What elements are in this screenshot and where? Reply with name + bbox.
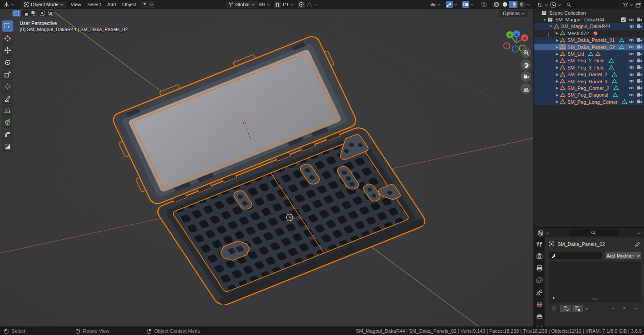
camera-toggle-icon[interactable]	[636, 65, 642, 70]
nav-zoom-button[interactable]	[521, 47, 531, 58]
tool-measure-button[interactable]	[2, 105, 13, 116]
camera-toggle-icon[interactable]	[636, 37, 642, 43]
eye-toggle-icon[interactable]	[628, 72, 634, 78]
properties-tab-render[interactable]	[535, 252, 544, 260]
outliner-row-sm-peg-3-hole[interactable]: ▶SM_Peg_3_Hole	[534, 64, 644, 71]
outliner-editor-chevron[interactable]	[545, 1, 549, 8]
properties-tab-collection[interactable]	[535, 312, 544, 320]
options-dropdown[interactable]: Options	[500, 10, 528, 17]
pivot-point-chevron[interactable]	[267, 1, 271, 8]
shading-chevron[interactable]	[527, 1, 531, 8]
viewport-3d-scene[interactable]	[0, 9, 533, 327]
modifier-search-field[interactable]	[549, 252, 603, 259]
properties-tab-tool[interactable]	[535, 240, 544, 248]
outliner-row-mesh-072[interactable]: ▶Mesh.072	[534, 30, 644, 37]
pin-icon[interactable]	[635, 241, 640, 247]
tool-move-button[interactable]	[2, 45, 13, 56]
tool-add-cube-button[interactable]	[2, 117, 13, 128]
nav-pan-button[interactable]	[521, 59, 531, 70]
eye-toggle-icon[interactable]	[628, 99, 634, 105]
remove-button[interactable]	[630, 305, 641, 312]
expand-arrow-icon[interactable]: ▶	[555, 52, 559, 56]
camera-toggle-icon[interactable]	[636, 92, 642, 98]
resize-grip-icon[interactable]	[591, 298, 599, 301]
expand-arrow-icon[interactable]: ▶	[555, 100, 559, 104]
list-controls-chevron[interactable]	[585, 305, 589, 312]
eye-toggle-icon[interactable]	[628, 51, 634, 57]
visibility-chevron[interactable]	[437, 1, 441, 8]
modifier-stack-area[interactable]	[549, 262, 641, 302]
select-mode-set-icon[interactable]	[12, 10, 21, 16]
camera-toggle-icon[interactable]	[636, 24, 642, 29]
xray-toggle-icon[interactable]	[480, 1, 488, 8]
filter-chevron[interactable]	[630, 1, 634, 8]
snap-target-icon[interactable]	[282, 1, 289, 8]
outliner-row-sm-peg-corner-2[interactable]: ▶SM_Peg_Corner_2	[534, 85, 644, 91]
select-mode-subtract-icon[interactable]	[29, 10, 37, 16]
shading-material-icon[interactable]	[509, 1, 517, 8]
falloff-chevron[interactable]	[314, 1, 318, 8]
outliner-display-mode-icon[interactable]	[550, 1, 557, 8]
tool-annotate-button[interactable]	[2, 93, 13, 104]
outliner-display-chevron[interactable]	[558, 1, 562, 8]
transform-orientation-dropdown[interactable]: Global	[226, 1, 258, 8]
nav-ortho-button[interactable]	[521, 83, 531, 94]
expand-arrow-icon[interactable]: ▶	[555, 86, 559, 90]
gizmo-z-neg-axis[interactable]	[512, 46, 518, 52]
eye-toggle-icon[interactable]	[628, 24, 634, 29]
expand-arrow-icon[interactable]: ▶	[555, 65, 559, 69]
enable-all-button[interactable]	[560, 305, 571, 312]
camera-toggle-icon[interactable]	[636, 44, 642, 50]
shading-rendered-icon[interactable]	[517, 1, 526, 8]
collapsed-panel-arrow[interactable]	[552, 296, 556, 300]
gizmos-toggle-icon[interactable]	[446, 1, 453, 8]
camera-toggle-icon[interactable]	[636, 78, 642, 84]
shading-wireframe-icon[interactable]	[492, 1, 500, 8]
properties-tab-view-layer[interactable]	[535, 276, 544, 284]
properties-tab-world[interactable]	[535, 300, 544, 308]
eye-toggle-icon[interactable]	[628, 44, 634, 50]
eye-toggle-icon[interactable]	[628, 58, 634, 64]
tool-select-box-button[interactable]	[2, 20, 13, 32]
tool-transform-button[interactable]	[2, 81, 13, 92]
expand-arrow-icon[interactable]: ▶	[555, 79, 559, 83]
editor-type-chevron[interactable]	[11, 1, 15, 8]
eye-toggle-icon[interactable]	[628, 65, 634, 70]
outliner-row-sm-peg-barrel-3[interactable]: ▶SM_Peg_Barrel_3	[534, 78, 644, 85]
tool-settings-dropdown[interactable]	[140, 1, 155, 8]
overlays-toggle-icon[interactable]	[462, 1, 469, 8]
camera-toggle-icon[interactable]	[636, 85, 642, 91]
camera-toggle-icon[interactable]	[636, 17, 642, 23]
outliner-row-sm-magpul-dakar44[interactable]: ▼SM_Magpul_DakaR44	[534, 16, 644, 23]
expand-arrow-icon[interactable]: ▶	[555, 45, 559, 49]
falloff-curve-icon[interactable]	[306, 1, 313, 8]
checkbox-toggle-icon[interactable]	[620, 17, 626, 23]
3d-viewport[interactable]: Options User Perspective (0) SM_Magpul_D…	[0, 9, 533, 327]
pivot-point-icon[interactable]	[258, 1, 266, 8]
gizmo-x-neg-axis[interactable]	[504, 43, 510, 49]
expand-arrow-icon[interactable]: ▼	[549, 25, 553, 29]
snap-toggle-icon[interactable]	[274, 1, 281, 8]
mode-dropdown[interactable]: Object Mode	[21, 1, 66, 8]
select-mode-intersect-icon[interactable]	[46, 10, 54, 16]
outliner-row-sm-peg-2-hole[interactable]: ▶SM_Peg_2_Hole	[534, 57, 644, 64]
menu-add[interactable]: Add	[104, 1, 119, 8]
expand-arrow-icon[interactable]: ▶	[555, 93, 559, 97]
menu-view[interactable]: View	[67, 1, 84, 8]
outliner-row-sm-peg-diagonal[interactable]: ▶SM_Peg_Diagonal	[534, 92, 644, 98]
gizmos-chevron[interactable]	[454, 1, 458, 8]
properties-search-input[interactable]	[569, 229, 619, 236]
outliner-editor-type-icon[interactable]	[537, 1, 544, 8]
outliner-row-sm-daka-panels-01[interactable]: ▶SM_Daka_Panels_01	[534, 37, 644, 44]
expand-arrow-icon[interactable]: ▶	[555, 38, 559, 42]
properties-tab-scene[interactable]	[535, 288, 544, 296]
eye-toggle-icon[interactable]	[628, 37, 634, 43]
eye-toggle-icon[interactable]	[628, 85, 634, 91]
snap-target-chevron[interactable]	[290, 1, 294, 8]
properties-tab-output[interactable]	[535, 264, 544, 272]
outliner-row-sm-daka-panels-02[interactable]: ▶SM_Daka_Panels_02	[534, 44, 644, 50]
select-mode-extend-icon[interactable]	[21, 10, 29, 16]
expand-arrow-icon[interactable]: ▶	[555, 73, 559, 77]
add-modifier-button[interactable]: Add Modifier	[605, 252, 641, 259]
menu-select[interactable]: Select	[84, 1, 104, 8]
